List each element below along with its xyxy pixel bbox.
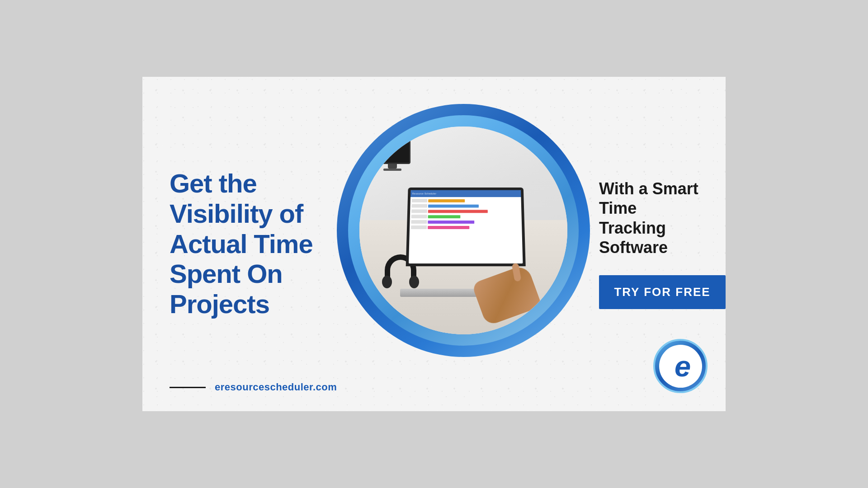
gantt-bars bbox=[428, 215, 520, 218]
gantt-label bbox=[411, 215, 427, 218]
gantt-label bbox=[411, 225, 427, 229]
heading-line1: Get the bbox=[170, 169, 257, 198]
headphone-cup-right bbox=[409, 276, 419, 288]
heading-line4: Spent On bbox=[170, 259, 283, 288]
heading-line3: Actual Time bbox=[170, 229, 313, 258]
gantt-bars bbox=[428, 221, 520, 224]
gantt-bars bbox=[428, 204, 520, 207]
circle-inner: Resource Scheduler bbox=[359, 127, 567, 334]
gantt-bars bbox=[428, 199, 520, 202]
right-heading-line2: Tracking Software bbox=[599, 219, 668, 257]
gantt-row bbox=[411, 204, 520, 208]
gantt-bar bbox=[428, 210, 488, 213]
laptop-screen-wrapper: Resource Scheduler bbox=[406, 188, 526, 266]
laptop-scene: Resource Scheduler bbox=[359, 127, 567, 334]
gantt-bar bbox=[428, 199, 465, 202]
gantt-row bbox=[412, 198, 520, 203]
gantt-row bbox=[411, 214, 520, 219]
try-for-free-button[interactable]: TRY FOR FREE bbox=[599, 275, 726, 309]
circle-container: Resource Scheduler bbox=[337, 104, 590, 357]
gantt-label bbox=[411, 210, 427, 213]
monitor-screen bbox=[370, 137, 410, 164]
right-heading-line1: With a Smart Time bbox=[599, 179, 698, 217]
gantt-grid bbox=[410, 197, 522, 231]
ad-banner: Get the Visibility of Actual Time Spent … bbox=[142, 77, 726, 411]
gantt-label bbox=[412, 199, 428, 202]
website-url: eresourcescheduler.com bbox=[215, 381, 337, 393]
brand-logo-letter: e bbox=[675, 352, 691, 381]
gantt-title: Resource Scheduler bbox=[412, 192, 437, 195]
laptop-screen-frame: Resource Scheduler bbox=[406, 188, 526, 266]
website-section: eresourcescheduler.com bbox=[170, 381, 337, 393]
gantt-bar bbox=[428, 226, 469, 229]
heading-line2: Visibility of bbox=[170, 199, 303, 228]
main-heading: Get the Visibility of Actual Time Spent … bbox=[170, 169, 319, 319]
gantt-header: Resource Scheduler bbox=[410, 190, 521, 197]
right-section: With a Smart Time Tracking Software TRY … bbox=[590, 161, 726, 327]
center-section: Resource Scheduler bbox=[337, 104, 590, 357]
laptop-screen: Resource Scheduler bbox=[409, 190, 523, 263]
monitor bbox=[370, 137, 415, 175]
website-divider-line bbox=[170, 387, 206, 388]
gantt-bar bbox=[428, 221, 474, 224]
brand-logo-circle: e bbox=[653, 339, 708, 393]
hand-shape bbox=[472, 264, 542, 326]
gantt-row bbox=[411, 209, 520, 214]
gantt-label bbox=[411, 204, 427, 208]
heading-line5: Projects bbox=[170, 289, 269, 319]
right-heading: With a Smart Time Tracking Software bbox=[599, 179, 712, 257]
headphone-cup-left bbox=[382, 276, 392, 288]
brand-logo-inner: e bbox=[659, 345, 702, 388]
monitor-stand bbox=[388, 164, 397, 169]
gantt-row bbox=[411, 225, 520, 230]
gantt-label bbox=[411, 220, 427, 224]
gantt-bars bbox=[428, 210, 520, 213]
circle-middle-ring: Resource Scheduler bbox=[348, 115, 579, 346]
circle-outer-ring: Resource Scheduler bbox=[337, 104, 590, 357]
gantt-row bbox=[411, 220, 520, 224]
gantt-bars bbox=[428, 226, 520, 229]
left-section: Get the Visibility of Actual Time Spent … bbox=[142, 141, 337, 346]
gantt-bar bbox=[428, 204, 479, 207]
hand-area bbox=[477, 272, 536, 318]
monitor-base bbox=[383, 169, 401, 171]
gantt-bar bbox=[428, 215, 460, 218]
